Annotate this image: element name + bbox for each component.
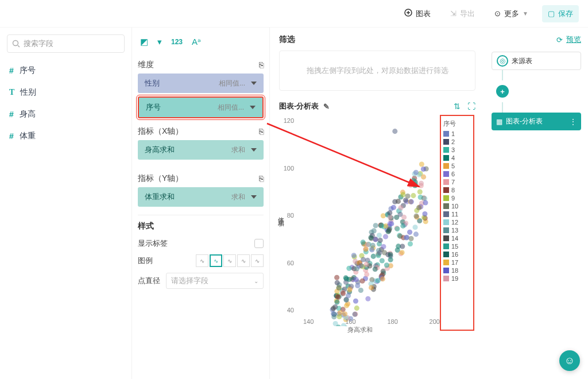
legend-item[interactable]: 2: [443, 138, 471, 145]
legend-value: 10: [451, 203, 458, 210]
legend-item[interactable]: 3: [443, 146, 471, 153]
legend-item[interactable]: 10: [443, 203, 471, 210]
node-more-icon[interactable]: ⋮: [570, 118, 577, 126]
svg-point-152: [423, 200, 428, 205]
field-item[interactable]: #体重: [7, 125, 125, 147]
svg-point-105: [354, 305, 359, 311]
edit-icon[interactable]: ✎: [323, 102, 330, 111]
y-measure-pill[interactable]: 体重求和 求和: [138, 187, 264, 207]
legend-item[interactable]: 11: [443, 211, 471, 218]
show-label-checkbox[interactable]: [254, 239, 264, 248]
svg-point-202: [358, 263, 363, 268]
legend-pos-3[interactable]: ∿: [223, 254, 236, 267]
font-style-icon[interactable]: Aᵃ: [192, 37, 201, 47]
svg-point-228: [391, 205, 396, 210]
search-input[interactable]: 搜索字段: [7, 34, 125, 53]
chart-node[interactable]: ▦ 图表-分析表 ⋮: [492, 113, 581, 130]
legend-item[interactable]: 18: [443, 267, 471, 274]
filter-header: 筛选: [279, 34, 475, 45]
legend-pos-4[interactable]: ∿: [237, 254, 250, 267]
preview-link[interactable]: ⟳ 预览: [492, 34, 581, 45]
ellipsis-icon: ⊙: [494, 9, 501, 18]
svg-point-145: [377, 250, 382, 255]
filter-dropzone[interactable]: 拖拽左侧字段到此处，对原始数据进行筛选: [279, 51, 475, 91]
svg-point-242: [372, 228, 377, 233]
legend-item[interactable]: 14: [443, 235, 471, 242]
field-item[interactable]: #序号: [7, 60, 125, 82]
more-button-label: 更多: [504, 9, 519, 19]
legend-item[interactable]: 1: [443, 130, 471, 137]
radius-select[interactable]: 请选择字段 ⌄: [166, 273, 264, 289]
legend-item[interactable]: 5: [443, 163, 471, 169]
legend-item[interactable]: 15: [443, 243, 471, 250]
save-button[interactable]: ▢ 保存: [542, 5, 579, 22]
expand-icon[interactable]: ⛶: [467, 102, 475, 111]
svg-point-210: [419, 181, 424, 186]
svg-point-185: [370, 243, 376, 248]
svg-point-209: [353, 299, 358, 304]
legend-swatch: [443, 147, 449, 153]
svg-point-215: [342, 311, 347, 316]
format-number-icon[interactable]: 123: [171, 38, 183, 46]
legend-item[interactable]: 4: [443, 154, 471, 161]
number-field-icon: #: [9, 132, 14, 141]
svg-point-52: [358, 288, 363, 293]
y-tick: 100: [284, 165, 294, 172]
dimension-pill-gender[interactable]: 性别 相同值...: [138, 74, 264, 93]
svg-point-182: [416, 205, 421, 210]
legend-item[interactable]: 6: [443, 171, 471, 177]
field-label: 身高: [20, 109, 36, 119]
legend-value: 18: [451, 267, 458, 274]
help-fab[interactable]: ☺: [559, 350, 580, 371]
clipboard-icon[interactable]: ⎘: [259, 127, 264, 136]
svg-point-249: [346, 293, 351, 298]
legend-item[interactable]: 12: [443, 219, 471, 226]
legend-item[interactable]: 16: [443, 251, 471, 258]
legend-item[interactable]: 9: [443, 195, 471, 202]
legend-swatch: [443, 219, 449, 225]
more-button[interactable]: ⊙ 更多 ▼: [489, 5, 534, 22]
source-node[interactable]: ◎ 来源表: [492, 52, 581, 70]
svg-point-124: [400, 192, 405, 197]
legend-value: 8: [451, 187, 455, 194]
legend-pos-1[interactable]: ∿: [196, 254, 208, 267]
svg-point-97: [369, 247, 374, 252]
legend-value: 1: [451, 130, 455, 137]
legend-item[interactable]: 8: [443, 187, 471, 194]
x-tick: 200: [430, 318, 440, 325]
dimension-gender-label: 性别: [145, 78, 160, 88]
filter-icon[interactable]: ▾: [157, 37, 162, 47]
add-node-button[interactable]: +: [496, 85, 509, 98]
legend-swatch: [443, 187, 449, 193]
chart-icon: ▦: [496, 118, 502, 126]
show-label-text: 显示标签: [138, 238, 168, 249]
chart-type-icon[interactable]: ◩: [140, 37, 148, 47]
legend-value: 4: [451, 154, 455, 161]
legend-pos-2[interactable]: ∿: [210, 254, 222, 267]
clipboard-icon[interactable]: ⎘: [259, 174, 264, 183]
clipboard-icon[interactable]: ⎘: [259, 60, 264, 69]
x-tick: 160: [345, 318, 355, 325]
legend-pos-5[interactable]: ∿: [251, 254, 264, 267]
svg-point-106: [413, 214, 419, 219]
svg-point-31: [392, 129, 397, 134]
field-item[interactable]: T性别: [7, 82, 125, 103]
legend-item[interactable]: 7: [443, 179, 471, 185]
legend-item[interactable]: 17: [443, 259, 471, 266]
field-item[interactable]: #身高: [7, 103, 125, 125]
svg-point-174: [335, 280, 340, 285]
x-measure-field: 身高求和: [145, 145, 175, 155]
export-button[interactable]: ⇲ 导出: [444, 5, 481, 22]
legend-item[interactable]: 13: [443, 227, 471, 234]
svg-point-187: [361, 239, 366, 245]
scatter-plot[interactable]: 体重求和 120100806040 140160180200 身高求和: [280, 115, 440, 331]
svg-point-173: [355, 283, 360, 288]
sort-icon[interactable]: ⇅: [454, 102, 461, 111]
x-measure-pill[interactable]: 身高求和 求和: [138, 140, 264, 160]
legend-value: 2: [451, 138, 455, 145]
legend-item[interactable]: 19: [443, 275, 471, 282]
dimension-pill-seq[interactable]: 序号 相同值...: [138, 96, 264, 118]
chart-title-text: 图表-分析表: [279, 101, 319, 111]
svg-point-211: [331, 311, 336, 316]
chart-button[interactable]: 图表: [399, 5, 436, 22]
